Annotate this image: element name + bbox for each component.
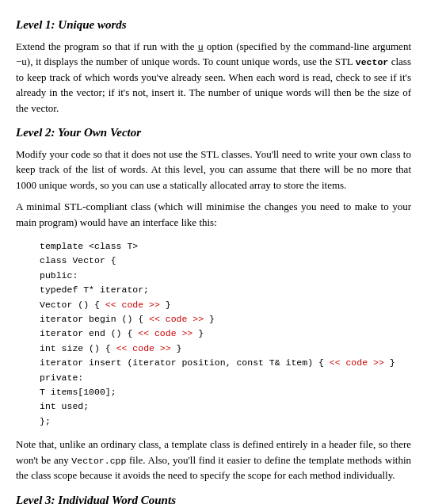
level2-para1: Modify your code so that it does not use… — [16, 147, 411, 193]
level2-code-block: template <class T> class Vector { public… — [16, 236, 411, 432]
level1-para1: Extend the program so that if run with t… — [16, 39, 411, 116]
level2-para2: A minimal STL-compliant class (which wil… — [16, 199, 411, 230]
level2-para3: Note that, unlike an ordinary class, a t… — [16, 437, 411, 483]
level3-heading: Level 3: Individual Word Counts — [16, 491, 411, 504]
level2-heading: Level 2: Your Own Vector — [16, 124, 411, 142]
level1-heading: Level 1: Unique words — [16, 16, 411, 34]
